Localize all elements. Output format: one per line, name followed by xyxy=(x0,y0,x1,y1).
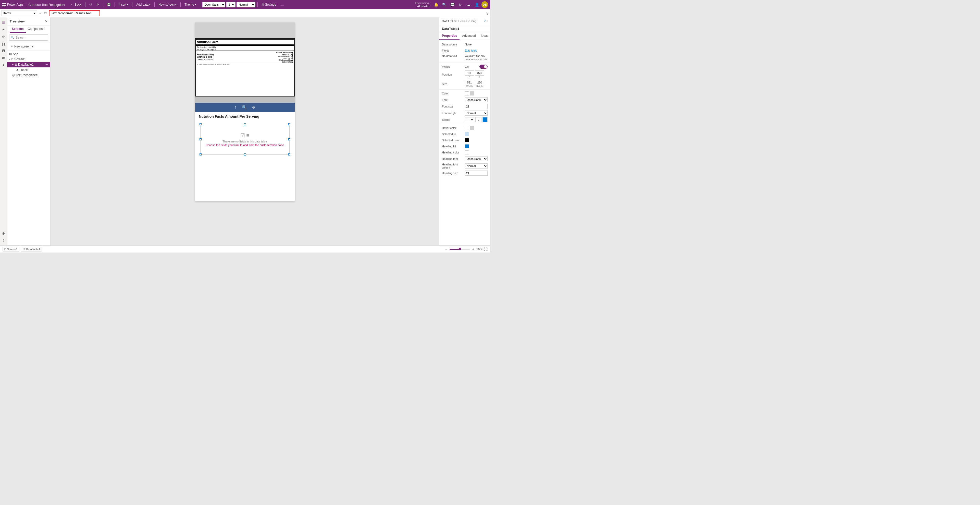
font-row: Font Open Sans xyxy=(439,97,490,103)
zoom-in-canvas-icon[interactable]: 🔍 xyxy=(242,105,247,110)
heading-color-swatch[interactable] xyxy=(465,150,469,155)
hover-fill-swatch[interactable] xyxy=(470,126,474,130)
settings-rail-button[interactable]: ⚙ xyxy=(1,231,6,236)
formula-bar: Items ▾ = fx ∨ xyxy=(0,9,490,18)
hovercolor-swatches xyxy=(465,126,474,130)
handle-top-right[interactable] xyxy=(288,123,290,125)
headingfontweight-select[interactable]: Normal xyxy=(465,163,488,169)
tree-item-textrecognizer1[interactable]: ◎ TextRecognizer1 xyxy=(7,73,50,78)
heading-fill-swatch[interactable] xyxy=(465,144,469,148)
width-input[interactable] xyxy=(465,80,474,85)
zoom-slider[interactable] xyxy=(450,249,470,250)
fit-screen-button[interactable]: ⛶ xyxy=(484,247,488,251)
datatable-empty-submessage: Choose the fields you want to add from t… xyxy=(206,143,284,147)
environment-info: Environment AI Builder xyxy=(415,2,430,8)
pos-x-input[interactable] xyxy=(465,70,474,76)
tree-close-button[interactable]: ✕ xyxy=(45,19,48,23)
tree-item-label1[interactable]: A Label1 xyxy=(7,67,50,73)
text-color-swatch[interactable] xyxy=(465,91,469,96)
pos-y-input[interactable] xyxy=(475,70,484,76)
undo-button[interactable]: ↺ xyxy=(88,2,94,7)
font-select[interactable]: Open Sans xyxy=(465,97,488,102)
add-data-button[interactable]: Add data ▾ xyxy=(134,2,152,7)
help-rail-button[interactable]: ? xyxy=(1,238,6,243)
handle-mid-right[interactable] xyxy=(288,139,290,140)
tab-advanced[interactable]: Advanced xyxy=(460,32,478,40)
zoom-plus-button[interactable]: + xyxy=(471,247,476,251)
user-profile-button[interactable]: 👤 xyxy=(473,1,480,8)
font-size-select[interactable]: 21 xyxy=(226,2,235,7)
border-color-swatch[interactable] xyxy=(482,117,488,122)
tab-screens[interactable]: Screens xyxy=(10,25,26,33)
height-input[interactable] xyxy=(475,80,484,85)
right-panel-help-icon[interactable]: ? xyxy=(484,19,485,23)
tree-view-button[interactable]: ☰ xyxy=(1,19,6,25)
zoom-out-canvas-icon[interactable]: ⊖ xyxy=(252,105,255,109)
settings-button[interactable]: ⚙ Settings xyxy=(260,2,278,7)
expand-formula-button[interactable]: ∨ xyxy=(486,11,488,15)
font-weight-select[interactable]: Normal xyxy=(237,2,255,7)
selected-fill-swatch[interactable] xyxy=(465,132,469,136)
search-input[interactable] xyxy=(9,35,48,41)
tab-components[interactable]: Components xyxy=(26,25,47,33)
notifications-button[interactable]: 🔔 xyxy=(433,1,440,8)
chat-button[interactable]: 💬 xyxy=(449,1,456,8)
formula-input[interactable] xyxy=(49,10,100,16)
redo-button[interactable]: ↻ xyxy=(95,2,101,7)
selected-color-swatch[interactable] xyxy=(465,138,469,142)
border-style-select[interactable]: — xyxy=(465,117,474,122)
connections-icon-button[interactable]: ⇄ xyxy=(1,55,6,61)
tree-item-datatable1[interactable]: ▾ ⊞ DataTable1 ⋯ xyxy=(7,62,50,67)
variables-icon-button[interactable]: { } xyxy=(1,41,6,46)
status-datatable-button[interactable]: ⊞ DataTable1 xyxy=(21,247,42,252)
hover-text-swatch[interactable] xyxy=(465,126,469,130)
back-button[interactable]: ← Back xyxy=(69,2,83,7)
fontsize-input[interactable] xyxy=(465,104,488,109)
run-button[interactable]: ▷ xyxy=(457,1,464,8)
more-button[interactable]: … xyxy=(279,2,285,7)
edit-fields-button[interactable]: Edit fields xyxy=(465,49,477,52)
fill-color-swatch[interactable] xyxy=(470,91,474,96)
tree-item-screen1[interactable]: ▾ □ Screen1 xyxy=(7,57,50,62)
media-icon-button[interactable]: 🖼 xyxy=(1,48,6,54)
context-chevron-icon: ▾ xyxy=(34,11,35,15)
avatar[interactable]: DB xyxy=(482,1,488,8)
svg-rect-0 xyxy=(2,3,4,4)
context-selector[interactable]: Items ▾ xyxy=(2,10,37,16)
insert-button[interactable]: Insert ▾ xyxy=(117,2,130,7)
upload-icon[interactable]: ↑ xyxy=(235,105,237,110)
handle-bottom-mid[interactable] xyxy=(244,153,246,156)
data-icon-button[interactable]: ⊙ xyxy=(1,34,6,39)
ai-icon-button[interactable]: ✦ xyxy=(1,62,6,68)
insert-icon-button[interactable]: ＋ xyxy=(1,27,6,32)
theme-button[interactable]: Theme ▾ xyxy=(183,2,198,7)
handle-bottom-right[interactable] xyxy=(288,153,290,156)
handle-mid-left[interactable] xyxy=(199,139,202,140)
zoom-minus-button[interactable]: − xyxy=(444,247,449,251)
visible-toggle[interactable] xyxy=(479,65,488,69)
headingfont-select[interactable]: Open Sans xyxy=(465,156,488,161)
tree-item-app[interactable]: ⊞ App xyxy=(7,52,50,57)
handle-bottom-left[interactable] xyxy=(199,153,202,156)
zoom-slider-thumb[interactable] xyxy=(459,248,461,250)
right-panel-expand-icon[interactable]: › xyxy=(487,19,488,23)
canvas-toolbar: ↑ 🔍 ⊖ xyxy=(195,103,295,112)
search-topbar-button[interactable]: 🔍 xyxy=(441,1,448,8)
font-family-select[interactable]: Open Sans xyxy=(202,2,225,7)
border-width-input[interactable] xyxy=(475,117,482,122)
fontweight-select[interactable]: Normal xyxy=(465,110,488,116)
save-button[interactable]: 💾 xyxy=(105,2,113,7)
tree-search-container: 🔍 xyxy=(7,33,50,42)
headingsize-input[interactable] xyxy=(465,170,488,176)
tab-ideas[interactable]: Ideas xyxy=(478,32,490,40)
status-screen1-button[interactable]: □ Screen1 xyxy=(3,247,19,252)
datatable1-more-icon[interactable]: ⋯ xyxy=(45,62,48,67)
tab-properties[interactable]: Properties xyxy=(439,32,460,40)
handle-top-left[interactable] xyxy=(199,123,202,125)
new-screen-tree-button[interactable]: ＋ New screen ▾ xyxy=(9,43,48,49)
datatable-container[interactable]: ☑ ≡ There are no fields in this data tab… xyxy=(198,123,292,156)
handle-top-mid[interactable] xyxy=(244,123,246,125)
publish-button[interactable]: ☁ xyxy=(465,1,472,8)
new-screen-button[interactable]: New screen ▾ xyxy=(157,2,178,7)
zoom-controls: − + 90 % ⛶ xyxy=(444,247,488,251)
